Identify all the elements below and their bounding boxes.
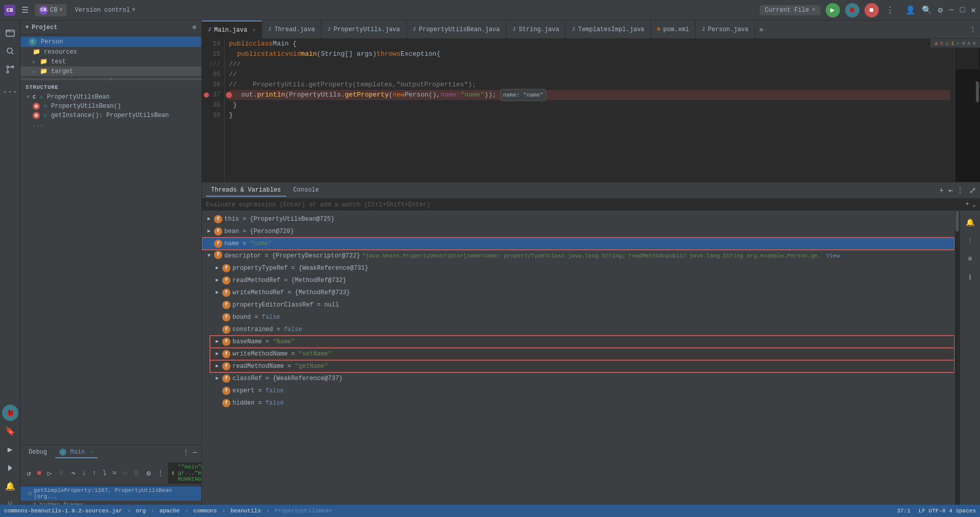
- project-selector[interactable]: CB CB ▼: [35, 4, 66, 16]
- var-expand-readmethodref[interactable]: ▶: [214, 275, 220, 286]
- activity-bookmark-icon[interactable]: 🔖: [2, 423, 18, 439]
- file-tree-item-test[interactable]: ▶ 📁 test: [20, 57, 201, 66]
- run-to-cursor-button[interactable]: ⤵: [101, 468, 108, 478]
- frame-item-0[interactable]: ⊡ getSimpleProperty:1267, PropertyUtilsB…: [20, 486, 201, 501]
- struct-expand-icon[interactable]: ▼: [27, 95, 30, 100]
- collapse-all-button[interactable]: ⇤: [948, 185, 954, 196]
- step-over-button[interactable]: ↷: [69, 468, 77, 479]
- debug-scrollbar-thumb[interactable]: [955, 211, 959, 231]
- stop-button[interactable]: ■: [865, 3, 879, 17]
- tab-thread-java[interactable]: J Thread.java: [262, 20, 321, 38]
- var-item-hidden[interactable]: f hidden = false: [210, 397, 954, 409]
- resume-button[interactable]: ▷: [45, 468, 54, 479]
- var-item-propertyeditorclassref[interactable]: f propertyEditorClassRef = null: [210, 299, 954, 311]
- evaluate-button[interactable]: ≈: [110, 468, 119, 478]
- var-expand-classref[interactable]: ▶: [214, 373, 220, 384]
- var-expand-basename[interactable]: ▶: [214, 337, 220, 347]
- expression-add-button[interactable]: +: [966, 201, 969, 208]
- add-watch-button[interactable]: +: [938, 185, 944, 196]
- file-tree-item-resources[interactable]: 📁 resources: [20, 47, 201, 57]
- nav-up-icon[interactable]: ∧: [967, 40, 971, 46]
- var-item-this[interactable]: ▶ f this = {PropertyUtilsBean@725}: [202, 213, 954, 225]
- restore-button[interactable]: □: [960, 6, 965, 15]
- tab-person-java[interactable]: J Person.java: [696, 20, 755, 38]
- close-button[interactable]: ✕: [971, 5, 976, 15]
- activity-folder-icon[interactable]: [2, 25, 18, 41]
- struct-item-more[interactable]: ...: [20, 120, 201, 129]
- run-config-selector[interactable]: Current File ▼: [760, 5, 820, 15]
- minimize-button[interactable]: ─: [949, 6, 954, 15]
- var-expand-this[interactable]: ▶: [206, 214, 212, 224]
- tab-main-java-close[interactable]: ✕: [252, 27, 255, 33]
- struct-item-propertyutilsbean[interactable]: ▼ C ⚙ PropertyUtilsBean: [20, 92, 201, 102]
- tab-propertyutils-java[interactable]: J PropertyUtils.java: [321, 20, 407, 38]
- tab-pom-xml[interactable]: m pom.xml: [651, 20, 695, 38]
- settings-icon[interactable]: ⚙: [938, 5, 943, 15]
- var-item-writemethodname[interactable]: ▶ f writeMethodName = "setName": [210, 348, 954, 360]
- var-item-propertytyperef[interactable]: ▶ f propertyTypeRef = {WeakReference@731…: [210, 262, 954, 274]
- debug-area-more-button[interactable]: ⋮: [957, 186, 963, 194]
- activity-play-icon[interactable]: ▶: [2, 441, 18, 458]
- project-options-icon[interactable]: ⚙: [193, 24, 196, 31]
- status-path-beanutils[interactable]: beanutils: [230, 508, 261, 514]
- var-expand-writemethodref[interactable]: ▶: [214, 288, 220, 298]
- tab-templatesimpl-java[interactable]: J TemplatesImpl.java: [566, 20, 651, 38]
- var-item-name[interactable]: f name = "name": [202, 238, 954, 250]
- tab-more-options[interactable]: ⋮: [970, 26, 976, 33]
- activity-debug-icon[interactable]: 🐞: [2, 405, 18, 421]
- profile-icon[interactable]: 👤: [905, 5, 916, 15]
- version-control-selector[interactable]: Version control ▼: [71, 5, 139, 15]
- expression-bar[interactable]: Evaluate expression (Enter) or add a wat…: [202, 199, 980, 211]
- file-tree-item-target[interactable]: ▶ 📁 target: [20, 66, 201, 76]
- activity-dots-icon[interactable]: ···: [2, 84, 18, 100]
- var-expand-writemethodname[interactable]: ▶: [214, 349, 220, 359]
- main-tab[interactable]: M Main ✕: [55, 447, 98, 459]
- clear-button[interactable]: 🗑: [131, 468, 142, 478]
- debug-tab-threads-variables[interactable]: Threads & Variables: [206, 184, 286, 197]
- rerun-button[interactable]: ↺: [25, 468, 33, 479]
- status-path-org[interactable]: org: [136, 508, 146, 514]
- tab-propertyutilsbean-java[interactable]: J PropertyUtilsBean.java: [407, 20, 506, 38]
- var-expand-propertytyperef[interactable]: ▶: [214, 263, 220, 273]
- file-tree-item-person[interactable]: C Person: [20, 37, 201, 47]
- debug-right-notifications[interactable]: 🔔: [963, 215, 977, 229]
- status-path-apache[interactable]: apache: [159, 508, 180, 514]
- var-item-expert[interactable]: f expert = false: [210, 385, 954, 397]
- var-item-bound[interactable]: f bound = false: [210, 311, 954, 323]
- step-into-button[interactable]: ↓: [80, 468, 88, 478]
- tab-main-java[interactable]: J Main.java ✕: [202, 20, 262, 38]
- activity-run-icon[interactable]: [2, 460, 18, 476]
- var-expand-bean[interactable]: ▶: [206, 226, 212, 237]
- tab-more-button[interactable]: »: [755, 26, 767, 34]
- status-position[interactable]: 37:1: [897, 508, 910, 514]
- tab-string-java[interactable]: J String.java: [506, 20, 566, 38]
- activity-notification-icon[interactable]: 🔔: [2, 478, 18, 495]
- struct-item-getinstance[interactable]: m ⚙ getInstance(): PropertyUtilsBean: [20, 111, 201, 120]
- debug-right-icon1[interactable]: ≡: [963, 252, 977, 266]
- status-path-commons[interactable]: commons: [193, 508, 217, 514]
- var-item-basename[interactable]: ▶ f baseName = "Name": [210, 336, 954, 348]
- more-actions-button[interactable]: ⋮: [884, 3, 896, 17]
- run-button[interactable]: ▶: [826, 3, 840, 17]
- nav-down-icon[interactable]: ∨: [972, 40, 976, 46]
- var-item-constrained[interactable]: f constrained = false: [210, 323, 954, 336]
- debug-minimize-icon[interactable]: ─: [193, 449, 197, 457]
- var-item-descriptor[interactable]: ▼ f descriptor = {PropertyDescriptor@722…: [202, 250, 954, 262]
- debug-tab-label[interactable]: Debug: [25, 447, 51, 458]
- maximize-area-button[interactable]: ⤢: [969, 185, 976, 196]
- debug-header-more[interactable]: ⋮: [183, 449, 189, 456]
- pause-button[interactable]: ⏸: [56, 468, 67, 478]
- status-jar-path[interactable]: commons-beanutils-1.9.2-sources.jar: [4, 508, 122, 514]
- debug-tab-console[interactable]: Console: [288, 184, 324, 197]
- var-item-bean[interactable]: ▶ f bean = {Person@720}: [202, 225, 954, 238]
- search-icon[interactable]: 🔍: [922, 5, 932, 15]
- project-expand-icon[interactable]: ▼: [26, 25, 29, 30]
- debug-vertical-scrollbar[interactable]: [954, 211, 960, 517]
- var-item-classref[interactable]: ▶ f classRef = {WeakReference@737}: [210, 372, 954, 385]
- struct-item-constructor[interactable]: m ⚙ PropertyUtilsBean(): [20, 102, 201, 111]
- var-expand-readmethodname[interactable]: ▶: [214, 361, 220, 371]
- more-options-button[interactable]: ⋮: [155, 468, 166, 479]
- status-encoding[interactable]: LF UTF-8 4 spaces: [919, 508, 976, 514]
- minimap-scroll-thumb[interactable]: [976, 82, 979, 102]
- var-item-readmethodref[interactable]: ▶ f readMethodRef = {MethodRef@732}: [210, 274, 954, 287]
